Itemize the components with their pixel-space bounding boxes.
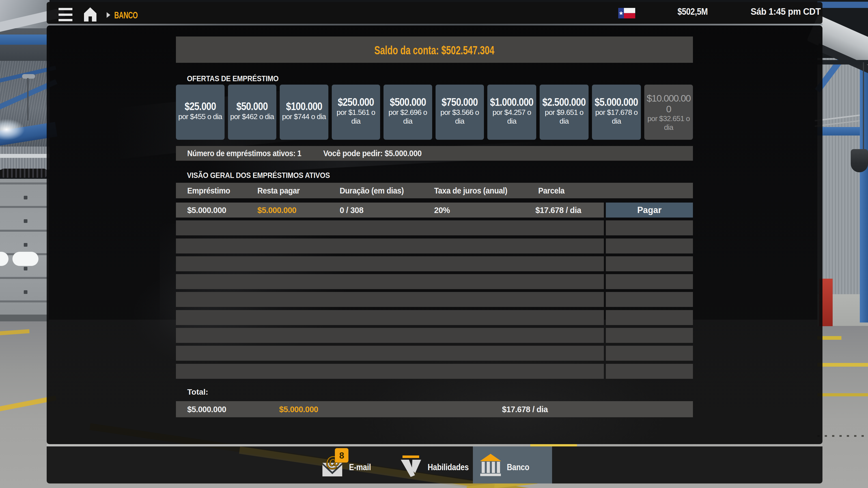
svg-text:8: 8 (339, 451, 344, 461)
